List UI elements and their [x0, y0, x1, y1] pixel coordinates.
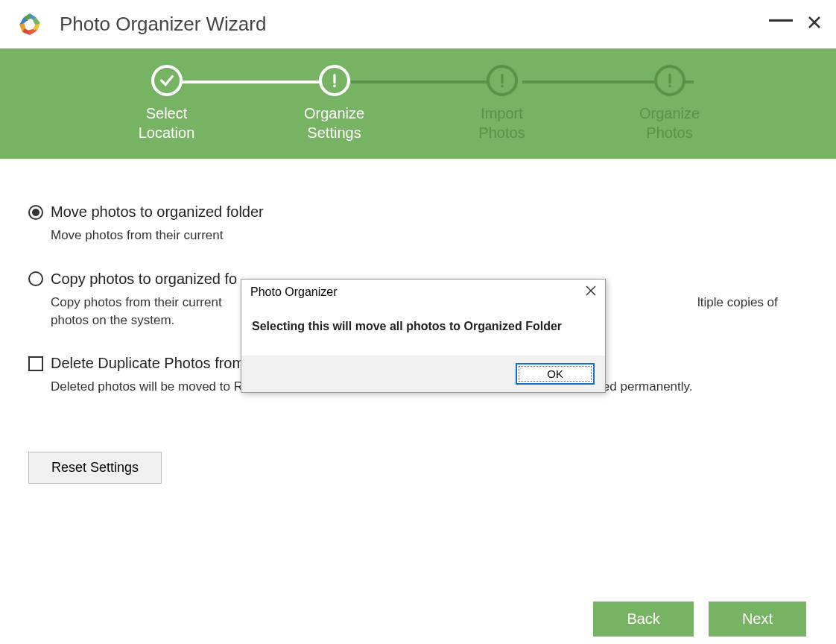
step-label: OrganizePhotos	[639, 104, 700, 142]
next-button[interactable]: Next	[709, 602, 806, 637]
reset-settings-button[interactable]: Reset Settings	[28, 452, 162, 484]
radio-move-photos[interactable]	[28, 205, 43, 220]
step-select-location: SelectLocation	[83, 65, 250, 142]
wizard-steps-bar: SelectLocation OrganizeSettings ImportPh…	[0, 48, 836, 159]
exclamation-icon	[487, 65, 518, 96]
app-logo-icon	[15, 10, 45, 40]
step-label: ImportPhotos	[478, 104, 525, 142]
step-label: SelectLocation	[139, 104, 195, 142]
dialog-message: Selecting this will move all photos to O…	[241, 305, 605, 356]
step-import-photos: ImportPhotos	[418, 65, 586, 142]
step-organize-settings: OrganizeSettings	[250, 65, 418, 142]
back-button[interactable]: Back	[593, 602, 693, 637]
radio-copy-photos[interactable]	[28, 271, 43, 286]
svg-point-1	[333, 85, 336, 88]
checkmark-icon	[151, 65, 183, 96]
minimize-button[interactable]: —	[769, 15, 793, 22]
checkbox-delete-duplicates[interactable]	[28, 356, 43, 371]
option-description: Move photos from their current	[51, 227, 808, 244]
dialog-ok-button[interactable]: OK	[516, 363, 595, 385]
option-title: Copy photos to organized fo	[51, 271, 237, 288]
exclamation-icon	[319, 65, 350, 96]
svg-point-3	[501, 85, 504, 88]
option-move-photos: Move photos to organized folder Move pho…	[28, 203, 808, 244]
window-title: Photo Organizer Wizard	[60, 13, 769, 36]
step-organize-photos: OrganizePhotos	[586, 65, 753, 142]
svg-point-5	[668, 85, 671, 88]
step-label: OrganizeSettings	[304, 104, 364, 142]
dialog-close-button[interactable]	[586, 285, 596, 299]
confirmation-dialog: Photo Organizer Selecting this will move…	[241, 279, 606, 393]
option-title: Move photos to organized folder	[51, 203, 264, 221]
exclamation-icon	[654, 65, 685, 96]
dialog-title: Photo Organizer	[250, 285, 338, 299]
close-button[interactable]	[808, 16, 821, 33]
